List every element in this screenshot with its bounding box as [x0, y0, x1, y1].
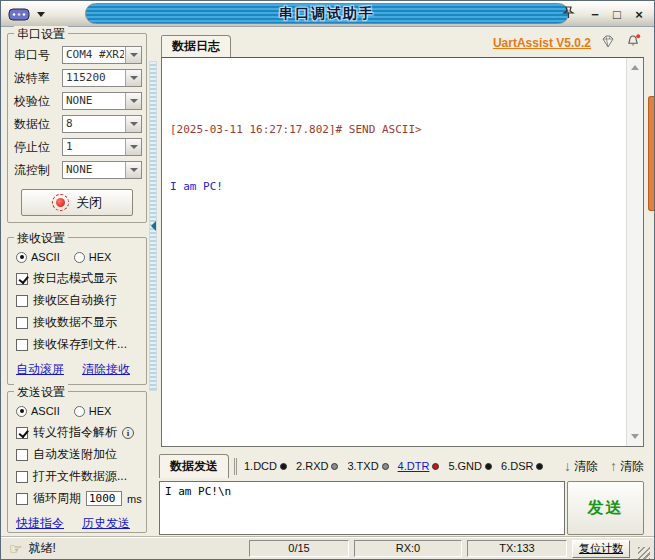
queue-counter-panel: 0/15: [249, 540, 349, 557]
serial-settings-title: 串口设置: [14, 26, 68, 43]
version-link[interactable]: UartAssist V5.0.2: [493, 36, 591, 50]
pin-gnd-dot: [485, 463, 492, 470]
down-arrow-icon: ↓: [564, 458, 571, 474]
window-title: 串口调试助手: [279, 5, 375, 23]
diamond-icon[interactable]: [600, 34, 616, 52]
app-window: 串口调试助手 − □ × 串口设置 串口号 COM4 #XR2 波特率: [0, 0, 655, 560]
separator: [234, 458, 235, 475]
databits-select[interactable]: 8: [62, 115, 142, 133]
parity-row: 校验位 NONE: [14, 92, 142, 110]
cycle-period-input[interactable]: [86, 491, 122, 506]
recv-option-row: 按日志模式显示: [16, 271, 142, 286]
parity-label: 校验位: [14, 93, 62, 110]
file-source-checkbox[interactable]: [16, 471, 28, 483]
minimize-button[interactable]: −: [586, 5, 604, 23]
close-port-button[interactable]: 关闭: [21, 189, 133, 216]
quick-commands-link[interactable]: 快捷指令: [16, 515, 64, 532]
pin-dsr: 6.DSR: [501, 460, 543, 472]
port-select[interactable]: COM4 #XR2: [62, 46, 142, 64]
hide-recv-checkbox[interactable]: [16, 317, 28, 329]
pin-rxd: 2.RXD: [296, 460, 338, 472]
save-to-file-checkbox[interactable]: [16, 339, 28, 351]
chevron-down-icon[interactable]: [125, 93, 141, 109]
send-option-row: 打开文件数据源...: [16, 469, 142, 484]
databits-row: 数据位 8: [14, 115, 142, 133]
maximize-button[interactable]: □: [608, 5, 626, 23]
tab-data-log[interactable]: 数据日志: [161, 35, 231, 57]
log-line: [2025-03-11 16:27:17.802]# SEND ASCII>: [170, 120, 619, 139]
port-row: 串口号 COM4 #XR2: [14, 46, 142, 64]
history-send-link[interactable]: 历史发送: [82, 515, 130, 532]
recv-option-row: 接收保存到文件...: [16, 337, 142, 352]
escape-parse-checkbox[interactable]: [16, 427, 28, 439]
send-settings-title: 发送设置: [14, 384, 68, 401]
receive-settings-title: 接收设置: [14, 230, 68, 247]
auto-scroll-link[interactable]: 自动滚屏: [16, 361, 64, 378]
auto-wrap-checkbox[interactable]: [16, 295, 28, 307]
send-header: 数据发送 1.DCD 2.RXD 3.TXD 4.DTR 5.GND: [159, 453, 644, 479]
status-text: 就绪!: [28, 540, 55, 557]
pin-indicators: 1.DCD 2.RXD 3.TXD 4.DTR 5.GND 6.DSR: [244, 460, 543, 472]
chevron-down-icon[interactable]: [125, 162, 141, 178]
rx-counter-panel: RX:0: [354, 540, 462, 557]
send-option-row: 自动发送附加位: [16, 447, 142, 462]
tx-counter-panel: TX:133: [467, 540, 567, 557]
send-option-row: 循环周期 ms: [16, 491, 142, 506]
log-content: [2025-03-11 16:27:17.802]# SEND ASCII> I…: [166, 58, 623, 446]
send-option-row: 转义符指令解析 i: [16, 425, 142, 440]
recv-ascii-radio[interactable]: [16, 252, 27, 263]
pin-dsr-dot: [536, 463, 543, 470]
chevron-down-icon[interactable]: [125, 47, 141, 63]
titlebar: 串口调试助手 − □ ×: [1, 1, 654, 27]
port-label: 串口号: [14, 47, 62, 64]
baud-label: 波特率: [14, 70, 62, 87]
log-scrollbar[interactable]: [626, 58, 643, 446]
chevron-down-icon[interactable]: [125, 70, 141, 86]
flowctrl-select[interactable]: NONE: [62, 161, 142, 179]
log-mode-checkbox[interactable]: [16, 273, 28, 285]
status-hand-icon: ☞: [9, 540, 22, 558]
scroll-down-button[interactable]: [628, 429, 642, 444]
scroll-up-button[interactable]: [628, 60, 642, 75]
chevron-down-icon[interactable]: [125, 139, 141, 155]
stopbits-row: 停止位 1: [14, 138, 142, 156]
pin-dtr[interactable]: 4.DTR: [398, 460, 440, 472]
panel-splitter[interactable]: [149, 61, 157, 391]
cycle-checkbox[interactable]: [16, 493, 28, 505]
stopbits-select[interactable]: 1: [62, 138, 142, 156]
send-input[interactable]: I am PC!\n: [159, 481, 565, 535]
chevron-down-icon[interactable]: [125, 116, 141, 132]
window-menu-arrow-icon[interactable]: [37, 12, 45, 17]
databits-label: 数据位: [14, 116, 62, 133]
info-icon[interactable]: i: [122, 427, 134, 439]
baud-row: 波特率 115200: [14, 69, 142, 87]
clear-receive-button[interactable]: ↓ 清除: [564, 458, 598, 475]
reset-count-button[interactable]: 复位计数: [572, 540, 630, 558]
collapse-left-arrow-icon: [151, 221, 156, 231]
send-hex-radio[interactable]: [74, 406, 85, 417]
flowctrl-row: 流控制 NONE: [14, 161, 142, 179]
pin-rxd-dot: [331, 463, 338, 470]
side-panel-strip[interactable]: [648, 96, 654, 211]
tab-data-send[interactable]: 数据发送: [159, 454, 229, 478]
send-ascii-radio[interactable]: [16, 406, 27, 417]
recv-option-row: 接收数据不显示: [16, 315, 142, 330]
pin-dcd-dot: [280, 463, 287, 470]
close-button[interactable]: ×: [630, 5, 648, 23]
send-button[interactable]: 发送: [567, 481, 644, 535]
resize-grip[interactable]: [638, 547, 650, 559]
bell-icon[interactable]: [625, 33, 642, 52]
pin-topmost-icon[interactable]: [561, 5, 576, 23]
clear-receive-link[interactable]: 清除接收: [82, 361, 130, 378]
clear-send-button[interactable]: ↑ 清除: [610, 458, 644, 475]
recv-hex-radio[interactable]: [74, 252, 85, 263]
auto-append-checkbox[interactable]: [16, 449, 28, 461]
statusbar: ☞ 就绪! 0/15 RX:0 TX:133 复位计数: [1, 537, 654, 559]
data-log-area[interactable]: [2025-03-11 16:27:17.802]# SEND ASCII> I…: [161, 57, 644, 447]
parity-select[interactable]: NONE: [62, 92, 142, 110]
pin-gnd: 5.GND: [448, 460, 492, 472]
baud-select[interactable]: 115200: [62, 69, 142, 87]
recv-option-row: 接收区自动换行: [16, 293, 142, 308]
flowctrl-label: 流控制: [14, 162, 62, 179]
app-icon[interactable]: [8, 7, 30, 25]
